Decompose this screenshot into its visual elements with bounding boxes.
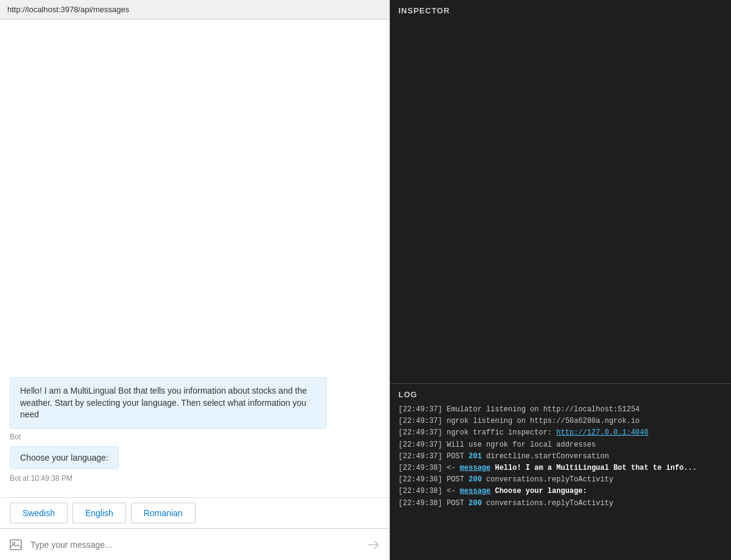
bot-message-1: Hello! I am a MultiLingual Bot that tell… [10, 377, 327, 429]
right-panel: INSPECTOR LOG [22:49:37] Emulator listen… [390, 0, 731, 560]
english-button[interactable]: English [72, 503, 126, 523]
chat-input-area [0, 528, 389, 560]
log-entry-1: [22:49:37] ngrok listening on https://50… [398, 416, 722, 427]
log-section: LOG [22:49:37] Emulator listening on htt… [390, 383, 731, 560]
api-url: http://localhost:3978/api/messages [7, 5, 129, 14]
swedish-button[interactable]: Swedish [10, 503, 68, 523]
svg-rect-0 [10, 540, 21, 550]
log-entry-3: [22:49:37] Will use ngrok for local addr… [398, 439, 722, 451]
log-entry-0: [22:49:37] Emulator listening on http://… [398, 404, 722, 416]
message-timestamp: Bot at 10:49:38 PM [10, 474, 380, 483]
language-buttons-container: Swedish English Romanian [0, 497, 389, 528]
message-input[interactable] [30, 540, 365, 550]
chat-panel: http://localhost:3978/api/messages Hello… [0, 0, 390, 560]
log-entry-4: [22:49:37] POST 201 directline.startConv… [398, 451, 722, 463]
log-entry-2: [22:49:37] ngrok traffic inspector: http… [398, 427, 722, 439]
image-icon[interactable] [7, 536, 24, 553]
log-entry-5: [22:49:38] <- message Hello! I am a Mult… [398, 463, 722, 474]
choose-language-bubble: Choose your language: [10, 446, 119, 469]
ngrok-inspector-link[interactable]: http://127.0.0.1:4040 [556, 428, 648, 437]
log-entry-7: [22:49:38] <- message Choose your langua… [398, 486, 722, 497]
chat-header: http://localhost:3978/api/messages [0, 0, 389, 19]
inspector-title: INSPECTOR [398, 6, 722, 15]
romanian-button[interactable]: Romanian [131, 503, 196, 523]
bot-label-1: Bot [10, 433, 380, 441]
log-entry-6: [22:49:38] POST 200 conversations.replyT… [398, 474, 722, 486]
log-title: LOG [398, 390, 722, 399]
send-icon[interactable] [365, 536, 382, 553]
chat-messages: Hello! I am a MultiLingual Bot that tell… [0, 19, 389, 497]
log-entry-8: [22:49:38] POST 200 conversations.replyT… [398, 498, 722, 509]
inspector-section: INSPECTOR [390, 0, 731, 383]
